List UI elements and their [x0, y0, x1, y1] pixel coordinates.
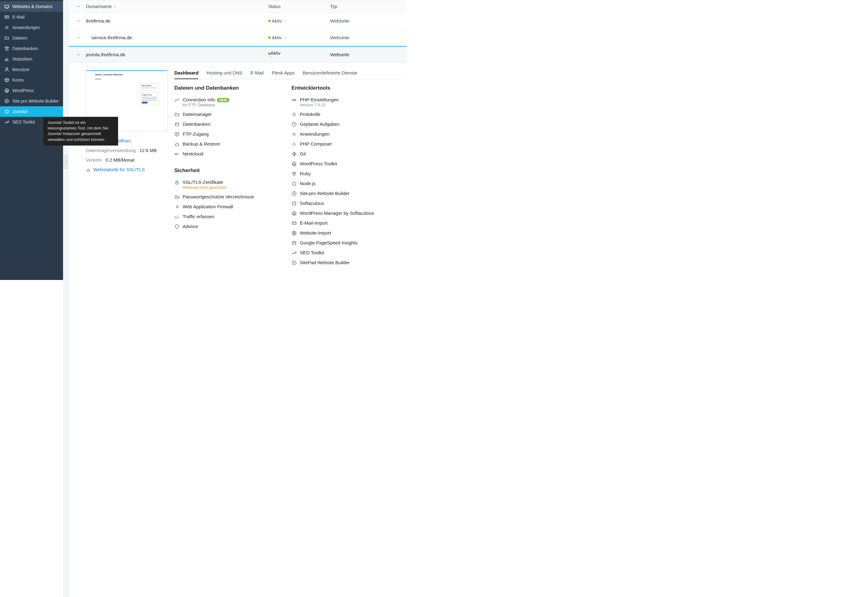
chevron-down-icon	[284, 19, 287, 22]
tool-sublabel: Version 7.4.22	[300, 102, 339, 107]
tooltip-text: Joomla! Toolkit ist ein leistungsstarkes…	[48, 120, 108, 142]
sidebar-item-label: Datenbanken	[12, 46, 38, 51]
tool-logs[interactable]: Protokolle	[291, 109, 403, 119]
clock-icon	[291, 122, 297, 127]
preview-subtitle: Home	[95, 78, 158, 80]
sidebar-item-databases[interactable]: Datenbanken	[0, 43, 63, 54]
sidebar-item-label: Joomla!	[12, 109, 28, 114]
tool-seo[interactable]: SEO Toolkit	[291, 248, 403, 258]
db-icon	[174, 122, 180, 127]
tool-connection-info[interactable]: Connection InfoNEWfor FTP, Database	[174, 95, 285, 109]
tool-label: WordPress Manager by Softaculous	[300, 211, 374, 216]
badge-new: NEW	[217, 98, 229, 102]
ruby-icon	[291, 171, 297, 177]
monitor-icon	[4, 4, 9, 9]
traffic-row: Verkehr 0.2 MB/Monat	[86, 157, 168, 163]
tool-git[interactable]: Git	[291, 149, 403, 159]
row-expand-toggle[interactable]	[71, 19, 86, 23]
tool-ssl[interactable]: SSL/TLS-ZertifikateWebmail nicht geschüt…	[174, 177, 285, 192]
sidebar-item-sitepro[interactable]: Site.pro Website Builder	[0, 96, 63, 106]
sidebar-collapse-handle[interactable]	[64, 154, 68, 169]
tab-dashboard[interactable]: Dashboard	[174, 70, 198, 79]
sidebar-item-files[interactable]: Dateien	[0, 33, 63, 43]
tool-cron[interactable]: Geplante Aufgaben	[291, 119, 403, 129]
tool-ftp[interactable]: FTP-Zugang	[174, 129, 285, 139]
status-label: Aktiv	[271, 50, 281, 56]
sidebar-item-statistics[interactable]: Statistiken	[0, 54, 63, 64]
domain-status[interactable]: Aktiv	[268, 18, 330, 24]
sitepro-icon	[4, 99, 9, 104]
tool-label: Google PageSpeed Insights	[300, 240, 358, 245]
domain-tabs: DashboardHosting und DNSE-MailPlesk Apps…	[174, 70, 403, 79]
tool-label: Backup & Restore	[183, 141, 220, 147]
tool-wp-toolkit[interactable]: WordPress Toolkit	[291, 159, 403, 169]
tool-label: Connection InfoNEW	[183, 97, 229, 102]
sidebar: Websites & DomainsE-MailAnwendungenDatei…	[0, 0, 63, 280]
sidebar-item-joomla[interactable]: Joomla!	[0, 106, 63, 117]
domain-type: Webseite	[330, 18, 407, 24]
tool-pagespeed[interactable]: Google PageSpeed Insights	[291, 238, 403, 248]
domain-row[interactable]: service.ihrefirma.deAktivWebseite	[68, 29, 407, 46]
tool-label: Nextcloud	[183, 151, 204, 156]
tool-apps[interactable]: Anwendungen	[291, 129, 403, 139]
tab-apps[interactable]: Plesk Apps	[272, 70, 294, 79]
tool-site-import[interactable]: Website-Import	[291, 228, 403, 238]
tool-sitepad[interactable]: SitePad Website Builder	[291, 258, 403, 267]
column-header-domainname[interactable]: Domainname ↑	[86, 4, 268, 9]
sidebar-item-applications[interactable]: Anwendungen	[0, 22, 63, 33]
list-icon	[291, 112, 297, 117]
webstat-ssl-link[interactable]: Webstatistik für SSL/TLS	[86, 167, 168, 172]
domain-row-expanded[interactable]: joomla.ihrefirma.deAktivWebseite	[68, 46, 407, 63]
tool-softaculous[interactable]: Softaculous	[291, 198, 403, 208]
tool-waf[interactable]: Web Application Firewall	[174, 202, 285, 212]
row-expand-toggle[interactable]	[71, 53, 86, 56]
domain-row[interactable]: ihrefirma.deAktivWebseite	[68, 13, 407, 29]
sidebar-item-label: Websites & Domains	[12, 4, 52, 9]
tool-sitepro[interactable]: Site.pro Website Builder	[291, 189, 403, 198]
column-header-type[interactable]: Typ	[330, 4, 407, 9]
sidebar-item-email[interactable]: E-Mail	[0, 12, 63, 22]
sidebar-item-users[interactable]: Benutzer	[0, 64, 63, 75]
tool-php[interactable]: PHP-EinstellungenVersion 7.4.22	[291, 95, 403, 109]
tool-ruby[interactable]: Ruby	[291, 169, 403, 178]
tab-email[interactable]: E-Mail	[250, 70, 264, 79]
sidebar-item-label: SEO Toolkit	[12, 120, 35, 125]
box-icon	[4, 77, 9, 83]
sidebar-item-websites-domains[interactable]: Websites & Domains	[0, 1, 63, 12]
tool-composer[interactable]: PHP Composer	[291, 139, 403, 149]
domain-status[interactable]: Aktiv	[268, 35, 330, 40]
tool-advisor[interactable]: Advisor	[174, 221, 285, 232]
tool-databases[interactable]: Datenbanken	[174, 119, 285, 129]
mail-icon	[4, 15, 9, 19]
php-icon	[291, 97, 297, 102]
wordpress-icon	[291, 161, 297, 166]
sitepad-icon	[291, 260, 297, 266]
domain-status[interactable]: Aktiv	[268, 50, 330, 59]
tool-nextcloud[interactable]: Nextcloud	[174, 149, 285, 159]
disk-usage-row: Datenträgerverwendung 12.6 MB	[86, 148, 168, 153]
sidebar-item-label: E-Mail	[12, 15, 25, 19]
tool-email-import[interactable]: E-Mail-Import	[291, 218, 403, 228]
row-expand-toggle[interactable]	[71, 36, 86, 40]
tool-file-manager[interactable]: Dateimanager	[174, 109, 285, 119]
column-header-status[interactable]: Status	[268, 4, 330, 9]
tab-hosting[interactable]: Hosting und DNS	[207, 70, 242, 79]
shield-icon	[174, 224, 180, 229]
domain-name: joomla.ihrefirma.de	[86, 52, 268, 57]
tool-pwdir[interactable]: Passwortgeschützte Verzeichnisse	[174, 192, 285, 202]
barsc-icon	[174, 214, 180, 220]
sidebar-item-wordpress[interactable]: WordPress	[0, 85, 63, 96]
status-active-dot-icon	[268, 52, 271, 55]
tool-node[interactable]: Node.js	[291, 178, 403, 189]
monitor-up-icon	[174, 132, 180, 137]
panel-security-title: Sicherheit	[174, 168, 285, 174]
tab-custom[interactable]: Benutzerdefinierte Dienste	[303, 70, 357, 79]
tool-wp-softac[interactable]: WordPress Manager by Softaculous	[291, 208, 403, 218]
sidebar-item-account[interactable]: Konto	[0, 75, 63, 85]
tool-backup[interactable]: Backup & Restore	[174, 139, 285, 149]
expand-all-toggle[interactable]	[71, 4, 86, 8]
tool-traffic[interactable]: Traffic erfassen	[174, 212, 285, 221]
tool-label: Site.pro Website Builder	[300, 191, 349, 196]
tool-label: FTP-Zugang	[183, 131, 209, 137]
wordpress-icon	[291, 211, 297, 216]
